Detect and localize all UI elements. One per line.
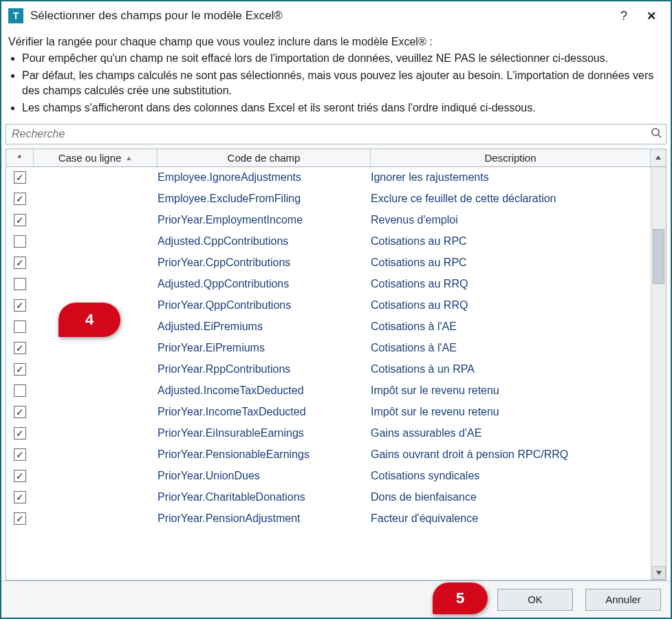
instructions: Vérifier la rangée pour chaque champ que… [1,30,671,124]
row-checkbox[interactable]: ✓ [14,214,26,226]
table-row[interactable]: ✓PriorYear.EiPremiumsCotisations à l'AE [6,338,651,359]
row-field-code: PriorYear.EmploymentIncome [158,214,371,226]
search-input[interactable] [10,124,651,144]
header-field-code[interactable]: Code de champ [158,149,371,166]
scroll-down-button[interactable] [652,566,666,580]
row-checkbox-cell[interactable]: ✓ [6,448,34,461]
row-checkbox[interactable]: ✓ [14,171,26,184]
row-checkbox[interactable]: ✓ [14,406,26,418]
field-grid: * Case ou ligne Code de champ Descriptio… [6,149,666,580]
row-checkbox-cell[interactable]: ✓ [6,193,34,205]
table-row[interactable]: ✓Employee.IgnoreAdjustmentsIgnorer les r… [6,167,651,188]
row-checkbox-cell[interactable]: ✓ [6,214,34,226]
row-checkbox-cell[interactable] [6,278,34,290]
row-field-code: Adjusted.IncomeTaxDeducted [158,384,371,397]
scroll-up-header[interactable] [651,149,666,166]
row-description: Impôt sur le revenu retenu [371,384,651,397]
row-checkbox[interactable]: ✓ [14,470,26,482]
row-checkbox-cell[interactable] [6,321,34,333]
table-row[interactable]: ✓PriorYear.UnionDuesCotisations syndical… [6,466,651,487]
row-checkbox-cell[interactable]: ✓ [6,427,34,439]
row-checkbox-cell[interactable] [6,235,34,248]
row-checkbox[interactable] [14,235,26,248]
row-checkbox-cell[interactable]: ✓ [6,257,34,269]
row-checkbox-cell[interactable]: ✓ [6,470,34,482]
table-row[interactable]: ✓PriorYear.EiInsurableEarningsGains assu… [6,423,651,444]
row-field-code: PriorYear.RppContributions [158,363,371,376]
table-row[interactable]: Adjusted.IncomeTaxDeductedImpôt sur le r… [6,380,651,402]
table-row[interactable]: ✓PriorYear.PensionableEarningsGains ouvr… [6,444,651,466]
row-description: Impôt sur le revenu retenu [371,406,651,418]
row-checkbox-cell[interactable]: ✓ [6,491,34,503]
row-checkbox-cell[interactable]: ✓ [6,299,34,312]
row-field-code: PriorYear.IncomeTaxDeducted [158,406,371,418]
row-field-code: Employee.IgnoreAdjustments [158,171,371,184]
row-checkbox-cell[interactable] [6,384,34,397]
app-icon: T [8,8,23,23]
row-description: Cotisations à l'AE [371,321,651,333]
row-checkbox-cell[interactable]: ✓ [6,171,34,184]
row-checkbox[interactable]: ✓ [14,299,26,312]
scrollbar-track[interactable] [651,167,666,566]
row-checkbox-cell[interactable]: ✓ [6,512,34,525]
row-checkbox[interactable] [14,384,26,397]
row-checkbox[interactable]: ✓ [14,427,26,439]
table-row[interactable]: ✓PriorYear.PensionAdjustmentFacteur d'éq… [6,508,651,530]
row-field-code: Employee.ExcludeFromFiling [158,193,371,205]
row-description: Cotisations au RRQ [371,299,651,312]
table-row[interactable]: ✓PriorYear.RppContributionsCotisations à… [6,359,651,380]
row-field-code: Adjusted.CppContributions [158,235,371,248]
row-checkbox[interactable] [14,278,26,290]
row-description: Facteur d'équivalence [371,512,651,525]
search-icon[interactable] [651,127,662,141]
table-row[interactable]: ✓PriorYear.CppContributionsCotisations a… [6,252,651,274]
instructions-bullet: Pour empêcher qu'un champ ne soit effacé… [22,51,664,66]
row-checkbox[interactable]: ✓ [14,512,26,525]
titlebar: T Sélectionner des champs pour le modèle… [1,1,671,30]
row-field-code: PriorYear.EiInsurableEarnings [158,427,371,439]
grid-rows: ✓Employee.IgnoreAdjustmentsIgnorer les r… [6,167,651,580]
row-checkbox[interactable]: ✓ [14,193,26,205]
grid-body: ✓Employee.IgnoreAdjustmentsIgnorer les r… [6,167,666,580]
vertical-scrollbar[interactable] [651,167,666,580]
header-box-or-line[interactable]: Case ou ligne [34,149,158,166]
instructions-bullet: Les champs s'afficheront dans des colonn… [22,100,664,116]
scrollbar-thumb[interactable] [653,229,664,284]
row-field-code: PriorYear.EiPremiums [158,342,371,354]
instructions-bullet: Par défaut, les champs calculés ne sont … [22,68,664,99]
row-field-code: PriorYear.CharitableDonations [158,491,371,503]
dialog-title: Sélectionner des champs pour le modèle E… [30,9,610,23]
table-row[interactable]: ✓PriorYear.EmploymentIncomeRevenus d'emp… [6,210,651,231]
callout-4: 4 [58,303,120,337]
row-description: Cotisations à un RPA [371,363,651,376]
cancel-button[interactable]: Annuler [585,589,661,611]
instructions-lead: Vérifier la rangée pour chaque champ que… [8,34,664,50]
header-star[interactable]: * [6,149,34,166]
table-row[interactable]: Adjusted.CppContributionsCotisations au … [6,231,651,252]
row-description: Gains assurables d'AE [371,427,651,439]
search-box[interactable] [6,124,666,144]
svg-marker-2 [655,155,661,160]
svg-point-0 [652,129,659,135]
table-row[interactable]: Adjusted.QppContributionsCotisations au … [6,274,651,295]
row-checkbox[interactable]: ✓ [14,448,26,461]
row-checkbox[interactable]: ✓ [14,363,26,376]
help-button[interactable]: ? [610,5,638,27]
row-checkbox[interactable]: ✓ [14,491,26,503]
close-button[interactable]: ✕ [638,5,665,27]
row-checkbox[interactable]: ✓ [14,257,26,269]
row-field-code: PriorYear.UnionDues [158,470,371,482]
search-wrap [1,124,671,144]
table-row[interactable]: ✓Employee.ExcludeFromFilingExclure ce fe… [6,188,651,210]
row-field-code: PriorYear.PensionAdjustment [158,512,371,525]
row-checkbox-cell[interactable]: ✓ [6,342,34,354]
row-checkbox-cell[interactable]: ✓ [6,406,34,418]
row-checkbox[interactable] [14,321,26,333]
row-checkbox[interactable]: ✓ [14,342,26,354]
ok-button[interactable]: OK [497,589,573,611]
button-bar: OK Annuler [1,580,671,618]
table-row[interactable]: ✓PriorYear.IncomeTaxDeductedImpôt sur le… [6,402,651,423]
table-row[interactable]: ✓PriorYear.CharitableDonationsDons de bi… [6,487,651,508]
row-checkbox-cell[interactable]: ✓ [6,363,34,376]
header-description[interactable]: Description [371,149,651,166]
